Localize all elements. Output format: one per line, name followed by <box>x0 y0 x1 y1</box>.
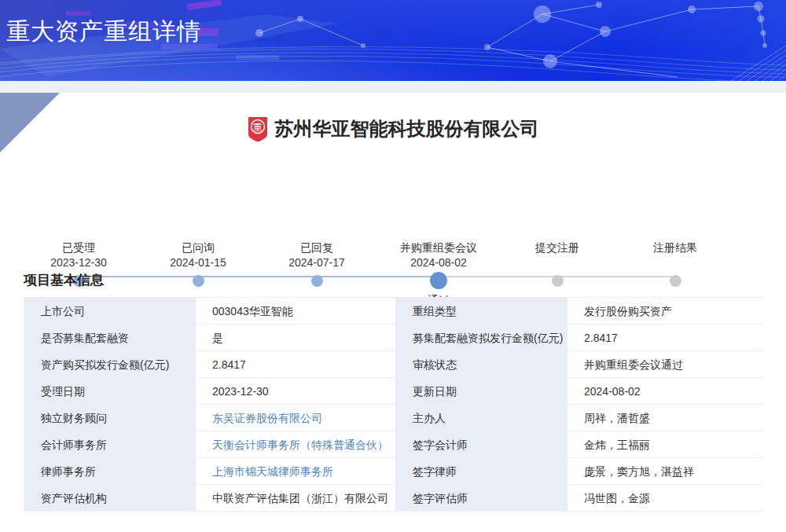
info-value: 冯世图，金源 <box>567 485 763 512</box>
info-label: 受理日期 <box>24 378 196 405</box>
timeline-dot <box>670 275 681 287</box>
info-label: 审核状态 <box>396 351 567 378</box>
info-label: 更新日期 <box>396 378 567 405</box>
info-label: 独立财务顾问 <box>24 405 196 431</box>
page-banner: 重大资产重组详情 <box>0 0 786 81</box>
info-label: 主办人 <box>396 405 567 431</box>
section-title: 项目基本信息 <box>24 271 104 289</box>
project-info-table: 上市公司 003043华亚智能 重组类型 发行股份购买资产 是否募集配套融资 是… <box>24 297 762 512</box>
info-value: 2023-12-30 <box>196 378 396 405</box>
timeline-step-inquired: 已问询 2024-01-15 <box>131 241 265 306</box>
financial-advisor-link[interactable]: 东吴证券股份有限公司 <box>196 405 396 431</box>
info-label: 会计师事务所 <box>24 431 196 458</box>
info-label: 律师事务所 <box>24 458 196 485</box>
info-value: 中联资产评估集团（浙江）有限公司 <box>196 485 396 512</box>
company-name: 苏州华亚智能科技股份有限公司 <box>275 116 539 141</box>
timeline-step-replied: 已回复 2024-07-17 <box>250 241 384 306</box>
info-value: 周祥，潘哲盛 <box>567 405 763 431</box>
content-card: 主板 重 苏州华亚智能科技股份有限公司 已受理 2023-12-30 已问询 <box>0 93 786 532</box>
info-value: 2.8417 <box>196 351 396 378</box>
timeline-step-submit-registration: 提交注册 <box>490 241 624 306</box>
info-label: 签字律师 <box>396 458 567 485</box>
company-heading: 重 苏州华亚智能科技股份有限公司 <box>0 115 786 143</box>
page: 重大资产重组详情 主板 重 苏州华亚智能科技股份有限公司 已受理 2023-12… <box>0 0 786 532</box>
info-value: 庞景，窦方旭，湛益祥 <box>567 458 763 485</box>
svg-text:重: 重 <box>253 122 263 133</box>
info-value: 发行股份购买资产 <box>567 298 763 325</box>
info-value: 003043华亚智能 <box>196 298 396 325</box>
info-label: 资产购买拟发行金额(亿元) <box>24 351 196 378</box>
timeline-dot-current <box>430 272 447 289</box>
info-label: 募集配套融资拟发行金额(亿元) <box>396 325 567 351</box>
timeline-dot <box>311 275 323 287</box>
banner-divider-strip <box>0 81 786 93</box>
accounting-firm-link[interactable]: 天衡会计师事务所（特殊普通合伙） <box>196 431 396 458</box>
page-title: 重大资产重组详情 <box>6 16 201 48</box>
info-value: 并购重组委会议通过 <box>567 351 763 378</box>
info-label: 是否募集配套融资 <box>24 325 196 351</box>
info-value: 金炜，王福丽 <box>567 431 763 458</box>
info-value: 2.8417 <box>567 325 763 351</box>
info-value: 2024-08-02 <box>567 378 763 405</box>
info-label: 重组类型 <box>396 298 567 325</box>
timeline-step-registration-result: 注册结果 <box>608 241 742 306</box>
law-firm-link[interactable]: 上海市锦天城律师事务所 <box>196 458 396 485</box>
restructure-badge-icon: 重 <box>248 116 268 141</box>
info-value: 是 <box>196 325 396 351</box>
info-label: 签字评估师 <box>396 485 567 512</box>
timeline-dot <box>193 275 204 287</box>
timeline-dot <box>552 275 564 287</box>
review-timeline: 已受理 2023-12-30 已问询 2024-01-15 已回复 2024-0… <box>0 165 786 240</box>
info-label: 资产评估机构 <box>24 485 196 512</box>
info-label: 签字会计师 <box>396 431 567 458</box>
info-label: 上市公司 <box>24 298 196 325</box>
